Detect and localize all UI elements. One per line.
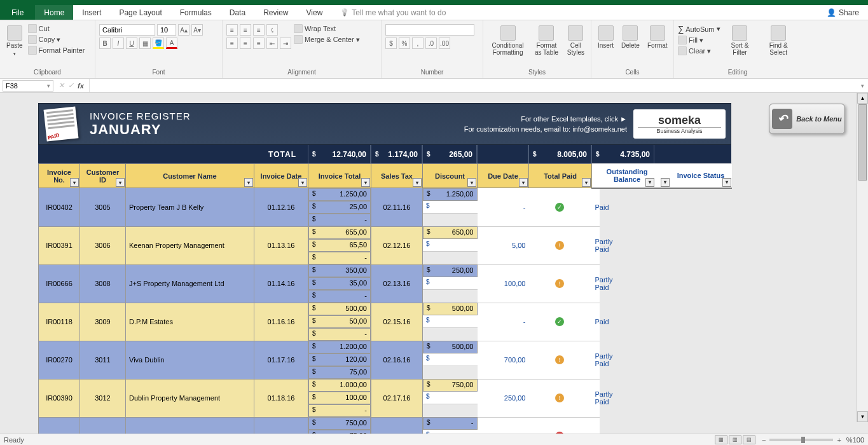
filter-icon[interactable]: ▾ [645,178,654,187]
tab-insert[interactable]: Insert [73,5,110,20]
filter-icon[interactable]: ▾ [413,178,422,187]
formula-bar: F38▾ ✕✓fx ▾ [0,79,868,93]
tab-data[interactable]: Data [221,5,254,20]
table-row[interactable]: IR003913006Keenan Property Management01.… [39,226,732,264]
sort-filter-button[interactable]: Sort & Filter [723,24,757,57]
col-customer-name[interactable]: Customer Name▾ [126,164,254,188]
view-normal[interactable]: ▦ [715,435,727,444]
table-row[interactable]: IR006663008J+S Property Management Ltd01… [39,264,732,303]
filter-icon[interactable]: ▾ [661,178,670,187]
group-label-styles: Styles [487,67,587,77]
increase-indent[interactable]: ⇥ [280,38,291,49]
col-customer-id[interactable]: Customer ID▾ [80,164,126,188]
invoice-table[interactable]: Invoice No.▾ Customer ID▾ Customer Name▾… [38,163,732,434]
font-size-select[interactable] [157,24,176,36]
format-painter-button[interactable]: Format Painter [28,46,85,55]
view-page-layout[interactable]: ▥ [729,435,741,444]
col-invoice-no[interactable]: Invoice No.▾ [39,164,80,188]
align-middle[interactable]: ≡ [240,24,251,36]
filter-icon[interactable]: ▾ [519,178,528,187]
autosum-button[interactable]: ∑ AutoSum ▾ [678,24,720,34]
conditional-formatting-button[interactable]: Conditional Formatting [487,24,528,57]
filter-icon[interactable]: ▾ [722,178,731,187]
col-invoice-total[interactable]: Invoice Total▾ [308,164,371,188]
insert-cells-button[interactable]: Insert [595,24,616,50]
font-color-button[interactable]: A [166,38,177,49]
filter-icon[interactable]: ▾ [582,178,591,187]
cell-styles-button[interactable]: Cell Styles [565,24,587,57]
border-button[interactable]: ▦ [139,38,151,49]
font-name-select[interactable] [99,24,155,36]
col-due-date[interactable]: Due Date▾ [478,164,529,188]
scroll-thumb[interactable] [858,104,867,181]
bold-button[interactable]: B [99,38,111,49]
align-top[interactable]: ≡ [226,24,238,36]
table-row[interactable]: IR003903012Dublin Property Management01.… [39,379,732,417]
invoice-icon [44,107,79,142]
decrease-font-button[interactable]: A▾ [191,24,203,36]
filter-icon[interactable]: ▾ [70,178,79,187]
align-center[interactable]: ≡ [240,38,251,49]
scroll-up-button[interactable]: ▲ [857,93,868,104]
tab-view[interactable]: View [298,5,332,20]
clear-button[interactable]: Clear ▾ [678,46,720,55]
copy-button[interactable]: Copy ▾ [28,35,85,44]
view-page-break[interactable]: ▤ [743,435,755,444]
tab-formulas[interactable]: Formulas [171,5,221,20]
col-sales-tax[interactable]: Sales Tax▾ [371,164,423,188]
increase-font-button[interactable]: A▴ [178,24,189,36]
col-invoice-date[interactable]: Invoice Date▾ [254,164,308,188]
worksheet-area[interactable]: INVOICE REGISTER JANUARY For other Excel… [0,93,868,434]
col-status[interactable]: Invoice Status▾ [670,164,732,188]
underline-button[interactable]: U [126,38,137,49]
tab-page-layout[interactable]: Page Layout [110,5,170,20]
filter-icon[interactable]: ▾ [361,178,370,187]
tab-review[interactable]: Review [254,5,297,20]
name-box[interactable]: F38▾ [3,80,53,92]
tell-me[interactable]: Tell me what you want to do [331,5,455,20]
col-total-paid[interactable]: Total Paid▾ [529,164,592,188]
table-row[interactable]: IR004023005Property Team J B Kelly01.12.… [39,188,732,227]
col-outstanding[interactable]: Outstanding Balance▾ [600,164,655,188]
filter-icon[interactable]: ▾ [244,178,253,187]
delete-cells-button[interactable]: Delete [619,24,642,50]
fill-button[interactable]: Fill ▾ [678,36,720,44]
paste-button[interactable]: Paste▾ [4,24,25,58]
accounting-format[interactable]: $ [385,38,397,49]
vertical-scrollbar[interactable]: ▲ ▼ [857,93,868,422]
cut-button[interactable]: Cut [28,24,85,33]
tab-home[interactable]: Home [35,5,73,20]
scroll-down-button[interactable]: ▼ [857,411,868,422]
back-to-menu-button[interactable]: ↶ Back to Menu [769,104,845,134]
tab-file[interactable]: File [0,5,35,20]
format-as-table-button[interactable]: Format as Table [531,24,562,57]
decrease-decimal[interactable]: .00 [439,38,450,49]
align-bottom[interactable]: ≡ [253,24,265,36]
filter-icon[interactable]: ▾ [116,178,125,187]
comma-format[interactable]: , [412,38,424,49]
align-left[interactable]: ≡ [226,38,238,49]
decrease-indent[interactable]: ⇤ [266,38,278,49]
italic-button[interactable]: I [113,38,124,49]
formula-input[interactable] [90,81,857,90]
merge-center-button[interactable]: Merge & Center ▾ [294,35,360,44]
number-format-select[interactable] [385,24,474,36]
table-row[interactable]: IR001183009D.P.M Estates01.16.16$500,00$… [39,303,732,341]
table-row[interactable]: IR004153013Alliance Auctioneers01.19.16$… [39,417,732,434]
fill-color-button[interactable]: 🪣 [153,38,164,49]
table-row[interactable]: IR002703011Viva Dublin01.17.16$1.200,00$… [39,341,732,379]
filter-icon[interactable]: ▾ [467,178,476,187]
brand-logo[interactable]: someka Business Analysis [633,109,726,139]
zoom-slider[interactable] [769,439,833,441]
filter-icon[interactable]: ▾ [298,178,307,187]
col-discount[interactable]: Discount▾ [423,164,478,188]
format-cells-button[interactable]: Format [645,24,670,50]
find-select-button[interactable]: Find & Select [759,24,797,57]
zoom-level[interactable]: %100 [846,436,864,444]
orientation[interactable]: ⤹ [266,24,278,36]
percent-format[interactable]: % [399,38,410,49]
share-button[interactable]: 👤 Share [818,5,868,20]
increase-decimal[interactable]: .0 [425,38,437,49]
wrap-text-button[interactable]: Wrap Text [294,24,360,33]
align-right[interactable]: ≡ [253,38,265,49]
